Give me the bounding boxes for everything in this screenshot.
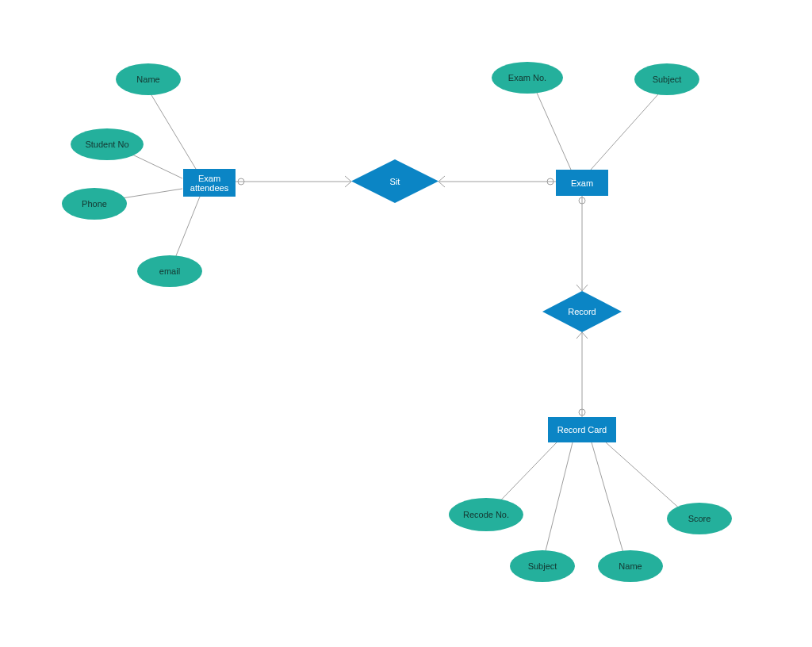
attribute-exam-no-label: Exam No. (508, 73, 546, 82)
attribute-phone: Phone (62, 188, 127, 220)
attribute-student-no-label: Student No (85, 140, 128, 149)
svg-line-0 (147, 87, 196, 169)
svg-line-15 (542, 442, 573, 564)
svg-line-16 (592, 442, 626, 564)
attribute-name2-label: Name (619, 561, 642, 571)
attribute-name1-label: Name (136, 75, 159, 84)
entity-record-card-label: Record Card (557, 425, 607, 435)
attribute-recode-no-label: Recode No. (463, 510, 509, 519)
attribute-phone-label: Phone (82, 199, 107, 209)
svg-point-11 (579, 197, 585, 204)
attribute-subject1: Subject (634, 63, 699, 95)
attribute-recode-no: Recode No. (449, 498, 523, 531)
entity-record-card: Record Card (548, 417, 616, 442)
relationship-sit: Sit (351, 159, 439, 203)
entity-exam-label: Exam (571, 178, 593, 188)
svg-point-13 (579, 409, 585, 415)
svg-line-9 (591, 87, 665, 170)
attribute-email-label: email (159, 266, 180, 276)
relationship-sit-label: Sit (351, 159, 439, 203)
attribute-score: Score (667, 503, 732, 534)
svg-point-5 (238, 178, 244, 185)
relationship-record: Record (542, 291, 622, 332)
attribute-subject1-label: Subject (653, 75, 682, 84)
attribute-student-no: Student No (71, 128, 144, 160)
svg-point-7 (547, 178, 553, 185)
attribute-exam-no: Exam No. (492, 62, 563, 94)
entity-exam-attendees-label: Exam attendees (186, 174, 232, 193)
attribute-score-label: Score (688, 514, 711, 523)
relationship-record-label: Record (542, 291, 622, 332)
attribute-name2: Name (598, 550, 663, 582)
attribute-email: email (137, 255, 202, 287)
attribute-subject2-label: Subject (528, 561, 557, 571)
attribute-subject2: Subject (510, 550, 575, 582)
svg-line-8 (534, 86, 571, 170)
entity-exam: Exam (556, 170, 608, 196)
attribute-name1: Name (116, 63, 181, 95)
entity-exam-attendees: Exam attendees (183, 169, 236, 197)
connector-lines (0, 0, 812, 647)
